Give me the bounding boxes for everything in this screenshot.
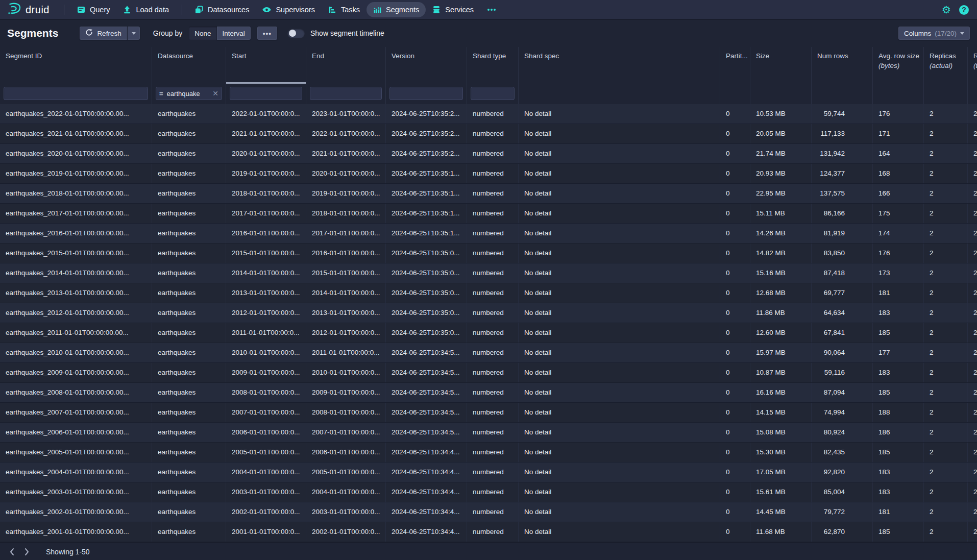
cell-id: earthquakes_2010-01-01T00:00:00.00... <box>0 343 152 362</box>
cell-num-rows: 74,994 <box>812 403 873 422</box>
col-header-end[interactable]: End <box>306 47 386 84</box>
cell-datasource: earthquakes <box>152 244 226 263</box>
filter-end-input[interactable] <box>310 87 382 100</box>
filter-segment-id-input[interactable] <box>4 87 148 100</box>
cell-partition: 0 <box>720 522 750 542</box>
cell-replicas: 2 <box>924 283 968 303</box>
table-row[interactable]: earthquakes_2009-01-01T00:00:00.00...ear… <box>0 363 977 383</box>
table-row[interactable]: earthquakes_2004-01-01T00:00:00.00...ear… <box>0 462 977 482</box>
cell-partition: 0 <box>720 403 750 422</box>
filter-datasource-input[interactable]: = earthquakes ✕ <box>156 87 222 100</box>
cell-id: earthquakes_2009-01-01T00:00:00.00... <box>0 363 152 382</box>
cell-num-rows: 117,133 <box>812 124 873 143</box>
cell-end: 2008-01-01T00:00:0... <box>306 403 386 422</box>
nav-services[interactable]: Services <box>426 2 480 17</box>
cell-replication-factor: 2 <box>968 184 977 203</box>
nav-datasources-label: Datasources <box>208 6 249 14</box>
columns-button[interactable]: Columns (17/20) <box>898 27 970 40</box>
cell-replication-factor: 2 <box>968 164 977 183</box>
cell-shard-type: numbered <box>467 522 519 542</box>
previous-page-button[interactable] <box>4 544 19 559</box>
table-row[interactable]: earthquakes_2011-01-01T00:00:00.00...ear… <box>0 323 977 343</box>
table-row[interactable]: earthquakes_2005-01-01T00:00:00.00...ear… <box>0 443 977 462</box>
settings-gear-icon[interactable]: ⚙ <box>942 5 951 15</box>
group-by-label: Group by <box>153 29 183 37</box>
cell-avg-row-size: 186 <box>873 423 924 442</box>
help-icon[interactable]: ? <box>959 5 969 15</box>
table-row[interactable]: earthquakes_2002-01-01T00:00:00.00...ear… <box>0 502 977 522</box>
table-row[interactable]: earthquakes_2001-01-01T00:00:00.00...ear… <box>0 522 977 542</box>
table-row[interactable]: earthquakes_2007-01-01T00:00:00.00...ear… <box>0 403 977 423</box>
nav-load-data-label: Load data <box>136 6 169 14</box>
table-row[interactable]: earthquakes_2021-01-01T00:00:00.00...ear… <box>0 124 977 144</box>
cell-start: 2017-01-01T00:00:0... <box>226 204 306 223</box>
table-row[interactable]: earthquakes_2015-01-01T00:00:00.00...ear… <box>0 244 977 263</box>
cell-version: 2024-06-25T10:34:5... <box>386 403 467 422</box>
table-row[interactable]: earthquakes_2014-01-01T00:00:00.00...ear… <box>0 263 977 283</box>
col-header-num-rows[interactable]: Num rows <box>812 47 873 84</box>
druid-logo[interactable]: druid <box>7 2 50 17</box>
col-header-datasource[interactable]: Datasource <box>152 47 226 84</box>
clear-filter-icon[interactable]: ✕ <box>212 89 218 98</box>
nav-datasources[interactable]: Datasources <box>188 2 256 17</box>
more-actions-button[interactable]: ••• <box>257 27 277 40</box>
cell-size: 11.68 MB <box>750 522 812 542</box>
cell-size: 17.05 MB <box>750 462 812 482</box>
cell-end: 2006-01-01T00:00:0... <box>306 443 386 462</box>
cell-id: earthquakes_2006-01-01T00:00:00.00... <box>0 423 152 442</box>
cell-size: 15.61 MB <box>750 482 812 502</box>
table-row[interactable]: earthquakes_2019-01-01T00:00:00.00...ear… <box>0 164 977 184</box>
col-header-shard-spec[interactable]: Shard spec <box>519 47 720 84</box>
table-row[interactable]: earthquakes_2017-01-01T00:00:00.00...ear… <box>0 204 977 224</box>
table-row[interactable]: earthquakes_2020-01-01T00:00:00.00...ear… <box>0 144 977 164</box>
cell-end: 2014-01-01T00:00:0... <box>306 283 386 303</box>
group-by-none-button[interactable]: None <box>189 27 216 40</box>
cell-avg-row-size: 164 <box>873 144 924 163</box>
col-header-version[interactable]: Version <box>386 47 467 84</box>
col-header-shard-type[interactable]: Shard type <box>467 47 519 84</box>
col-header-segment-id[interactable]: Segment ID <box>0 47 152 84</box>
segment-timeline-toggle[interactable] <box>287 29 305 38</box>
table-row[interactable]: earthquakes_2016-01-01T00:00:00.00...ear… <box>0 224 977 244</box>
cell-shard-spec: No detail <box>519 462 720 482</box>
filter-start-input[interactable] <box>230 87 302 100</box>
cell-start: 2022-01-01T00:00:0... <box>226 104 306 124</box>
table-row[interactable]: earthquakes_2010-01-01T00:00:00.00...ear… <box>0 343 977 363</box>
cell-num-rows: 137,575 <box>812 184 873 203</box>
cell-avg-row-size: 171 <box>873 124 924 143</box>
nav-supervisors[interactable]: Supervisors <box>256 2 322 17</box>
nav-query[interactable]: Query <box>70 2 117 17</box>
cell-replicas: 2 <box>924 224 968 243</box>
table-row[interactable]: earthquakes_2008-01-01T00:00:00.00...ear… <box>0 383 977 403</box>
group-by-interval-button[interactable]: Interval <box>217 27 251 40</box>
table-row[interactable]: earthquakes_2022-01-01T00:00:00.00...ear… <box>0 104 977 124</box>
col-header-size[interactable]: Size <box>750 47 812 84</box>
refresh-button[interactable]: Refresh <box>80 27 127 40</box>
table-row[interactable]: earthquakes_2003-01-01T00:00:00.00...ear… <box>0 482 977 502</box>
cell-end: 2017-01-01T00:00:0... <box>306 224 386 243</box>
cell-shard-spec: No detail <box>519 403 720 422</box>
cell-id: earthquakes_2008-01-01T00:00:00.00... <box>0 383 152 402</box>
filter-version-input[interactable] <box>389 87 463 100</box>
navbar-divider <box>64 5 64 15</box>
table-row[interactable]: earthquakes_2006-01-01T00:00:00.00...ear… <box>0 423 977 443</box>
table-row[interactable]: earthquakes_2012-01-01T00:00:00.00...ear… <box>0 303 977 323</box>
cell-replicas: 2 <box>924 124 968 143</box>
col-header-avg-row-size[interactable]: Avg. row size(bytes) <box>873 47 924 84</box>
table-row[interactable]: earthquakes_2018-01-01T00:00:00.00...ear… <box>0 184 977 204</box>
cell-num-rows: 62,870 <box>812 522 873 542</box>
table-row[interactable]: earthquakes_2013-01-01T00:00:00.00...ear… <box>0 283 977 303</box>
nav-more-button[interactable] <box>480 2 503 17</box>
nav-segments[interactable]: Segments <box>367 2 426 17</box>
cell-id: earthquakes_2002-01-01T00:00:00.00... <box>0 502 152 522</box>
cell-size: 14.82 MB <box>750 244 812 263</box>
col-header-replicas[interactable]: Replicas(actual) <box>924 47 968 84</box>
col-header-replication-factor[interactable]: Replication factor(target) <box>968 47 977 84</box>
col-header-start[interactable]: Start <box>226 47 306 84</box>
filter-shard-type-input[interactable] <box>471 87 515 100</box>
nav-load-data[interactable]: Load data <box>116 2 176 17</box>
col-header-partition[interactable]: Partit... <box>720 47 750 84</box>
nav-tasks[interactable]: Tasks <box>322 2 367 17</box>
refresh-interval-dropdown[interactable] <box>127 27 140 40</box>
next-page-button[interactable] <box>19 544 35 559</box>
